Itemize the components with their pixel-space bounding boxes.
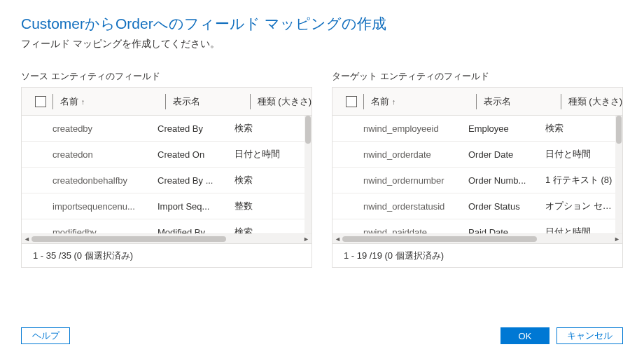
source-select-all-checkbox[interactable] bbox=[35, 96, 46, 107]
target-col-type[interactable]: 種類 (大きさ) bbox=[568, 95, 622, 108]
scroll-right-icon[interactable]: ► bbox=[614, 236, 620, 243]
target-col-name[interactable]: 名前↑ bbox=[371, 95, 396, 108]
table-row[interactable]: createdbyCreated By検索 bbox=[22, 116, 312, 142]
source-col-display[interactable]: 表示名 bbox=[173, 95, 200, 108]
target-grid-footer: 1 - 19 /19 (0 個選択済み) bbox=[332, 243, 622, 267]
target-grid: 名前↑ 表示名 種類 (大きさ) nwind_employeeidEmploye… bbox=[332, 87, 623, 268]
ok-button[interactable]: OK bbox=[500, 327, 550, 344]
table-row[interactable]: importsequencenu...Import Seq...整数 bbox=[22, 193, 312, 219]
source-grid-body: createdbyCreated By検索 createdonCreated O… bbox=[22, 116, 312, 233]
source-vertical-scrollbar[interactable] bbox=[304, 116, 312, 233]
scroll-right-icon[interactable]: ► bbox=[303, 236, 309, 243]
source-col-name[interactable]: 名前↑ bbox=[60, 95, 85, 108]
target-panel: ターゲット エンティティのフィールド 名前↑ 表示名 種類 (大きさ) nwin… bbox=[332, 70, 623, 268]
sort-asc-icon: ↑ bbox=[81, 97, 85, 106]
source-col-type[interactable]: 種類 (大きさ) bbox=[258, 95, 312, 108]
table-row[interactable]: nwind_employeeidEmployee検索 bbox=[332, 116, 622, 142]
source-panel-label: ソース エンティティのフィールド bbox=[21, 70, 312, 83]
page-subtitle: フィールド マッピングを作成してください。 bbox=[21, 38, 623, 50]
scroll-left-icon[interactable]: ◄ bbox=[24, 236, 30, 243]
table-row[interactable]: nwind_paiddatePaid Date日付と時間 bbox=[332, 219, 622, 233]
scroll-left-icon[interactable]: ◄ bbox=[335, 236, 341, 243]
target-grid-body: nwind_employeeidEmployee検索 nwind_orderda… bbox=[332, 116, 622, 233]
help-button[interactable]: ヘルプ bbox=[21, 327, 70, 344]
target-col-display[interactable]: 表示名 bbox=[484, 95, 511, 108]
table-row[interactable]: nwind_orderdateOrder Date日付と時間 bbox=[332, 142, 622, 168]
source-horizontal-scrollbar[interactable]: ◄ ► bbox=[22, 233, 312, 243]
source-grid-header: 名前↑ 表示名 種類 (大きさ) bbox=[22, 88, 312, 116]
table-row[interactable]: modifiedbyModified By検索 bbox=[22, 219, 312, 233]
target-horizontal-scrollbar[interactable]: ◄ ► bbox=[332, 233, 622, 243]
sort-asc-icon: ↑ bbox=[392, 97, 396, 106]
target-panel-label: ターゲット エンティティのフィールド bbox=[332, 70, 623, 83]
source-panel: ソース エンティティのフィールド 名前↑ 表示名 種類 (大きさ) create… bbox=[21, 70, 312, 268]
table-row[interactable]: nwind_ordernumberOrder Numb...1 行テキスト (8… bbox=[332, 168, 622, 193]
source-grid: 名前↑ 表示名 種類 (大きさ) createdbyCreated By検索 c… bbox=[21, 87, 312, 268]
target-vertical-scrollbar[interactable] bbox=[615, 116, 622, 233]
source-grid-footer: 1 - 35 /35 (0 個選択済み) bbox=[22, 243, 312, 267]
table-row[interactable]: createdonCreated On日付と時間 bbox=[22, 142, 312, 168]
table-row[interactable]: createdonbehalfbyCreated By ...検索 bbox=[22, 168, 312, 193]
target-grid-header: 名前↑ 表示名 種類 (大きさ) bbox=[332, 88, 622, 116]
table-row[interactable]: nwind_orderstatusidOrder Statusオプション セット bbox=[332, 193, 622, 219]
cancel-button[interactable]: キャンセル bbox=[556, 327, 623, 344]
button-bar: ヘルプ OK キャンセル bbox=[21, 327, 623, 344]
target-select-all-checkbox[interactable] bbox=[346, 96, 357, 107]
page-title: CustomerからOrderへのフィールド マッピングの作成 bbox=[21, 14, 623, 34]
